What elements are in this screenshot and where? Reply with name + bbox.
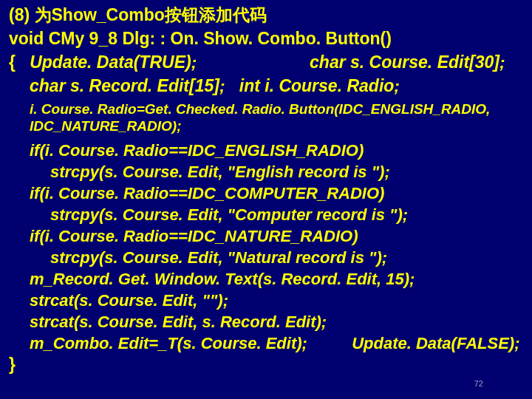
page-number: 72 [474, 378, 483, 389]
strcat-record: strcat(s. Course. Edit, s. Record. Edit)… [9, 311, 523, 332]
combo-edit-assign: m_Combo. Edit=_T(s. Course. Edit); [30, 334, 307, 352]
if-computer: if(i. Course. Radio==IDC_COMPUTER_RADIO) [9, 183, 523, 204]
open-brace: { [9, 52, 16, 72]
close-brace: } [9, 354, 523, 376]
get-window-text: m_Record. Get. Window. Text(s. Record. E… [9, 268, 523, 290]
slide-title: (8) 为Show_Combo按钮添加代码 [9, 4, 523, 27]
decl-line-1: { Update. Data(TRUE); char s. Course. Ed… [9, 52, 523, 74]
update-data-false: Update. Data(FALSE); [352, 334, 519, 352]
strcat-empty: strcat(s. Course. Edit, ""); [9, 290, 523, 311]
if-nature: if(i. Course. Radio==IDC_NATURE_RADIO) [9, 225, 523, 247]
strcpy-computer: strcpy(s. Course. Edit, "Computer record… [9, 204, 523, 225]
if-english: if(i. Course. Radio==IDC_ENGLISH_RADIO) [9, 140, 523, 161]
stmt-update-true: Update. Data(TRUE); [30, 52, 197, 72]
strcpy-natural: strcpy(s. Course. Edit, "Natural record … [9, 247, 523, 268]
decl-line-2: char s. Record. Edit[15]; int i. Course.… [9, 75, 523, 98]
strcpy-english: strcpy(s. Course. Edit, "English record … [9, 161, 523, 183]
stmt-record-edit-decl: char s. Record. Edit[15]; [30, 76, 225, 95]
stmt-get-checked-radio: i. Course. Radio=Get. Checked. Radio. Bu… [9, 100, 523, 136]
stmt-course-radio-decl: int i. Course. Radio; [239, 76, 400, 95]
last-line: m_Combo. Edit=_T(s. Course. Edit); Updat… [9, 332, 523, 354]
function-signature: void CMy 9_8 Dlg: : On. Show. Combo. But… [9, 28, 523, 50]
stmt-course-edit-decl: char s. Course. Edit[30]; [310, 52, 505, 72]
